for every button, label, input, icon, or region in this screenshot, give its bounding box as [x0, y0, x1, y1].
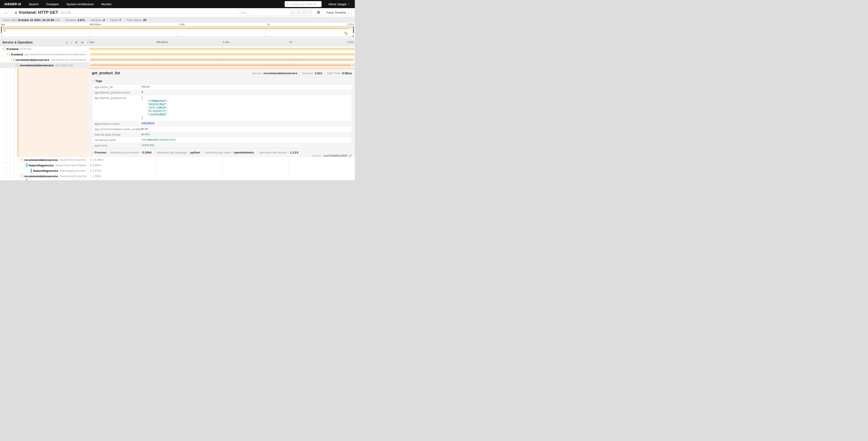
deep-link-icon[interactable] — [349, 154, 352, 157]
span-children-chevron[interactable]: ∨ — [1, 48, 4, 50]
back-button[interactable]: ← — [0, 8, 12, 17]
span-row[interactable] — [0, 179, 355, 180]
expand-one-icon[interactable]: › — [71, 41, 72, 44]
trace-view-select[interactable]: Trace Timeline ∨ — [323, 9, 352, 16]
span-operation-title: get_product_list — [92, 71, 120, 75]
minimap-right-handle[interactable] — [353, 27, 354, 33]
span-name-cell[interactable]: ∨frontendHTTP GET — [0, 46, 89, 52]
trace-overview: 0μs666.89ms1.33s2s2.67s — [0, 23, 355, 38]
list-bracket-close: ] — [142, 117, 168, 120]
process-tag: telemetry.sdk.language=python — [154, 151, 203, 154]
span-name-cell[interactable]: ∨recommendationservice/hipstershop.Featu… — [0, 157, 89, 163]
span-timeline-cell[interactable] — [89, 179, 355, 180]
indent-guide — [1, 173, 6, 179]
focus-match-icon[interactable]: ◎ — [292, 11, 294, 14]
trace-id-search[interactable] — [285, 1, 321, 7]
span-duration-bar[interactable] — [91, 159, 92, 161]
service-operation-title: Service & Operation — [2, 40, 33, 44]
tag-key: app.products.count — [92, 121, 140, 126]
span-row[interactable]: featureflagservicefeatureflagservice.rep… — [0, 168, 355, 173]
about-jaeger-menu[interactable]: About Jaeger ∨ — [328, 2, 355, 6]
summary-label: Trace Start — [2, 18, 17, 22]
span-duration-bar[interactable] — [91, 164, 91, 167]
chevron-down-icon: ∨ — [347, 11, 349, 14]
span-row[interactable]: ∨frontendgrpc.hipstershop.Recommendation… — [0, 52, 355, 57]
process-section-toggle[interactable]: › Process: telemetry.auto.version=0.34b0… — [92, 151, 352, 154]
span-duration-bar[interactable] — [90, 53, 354, 56]
summary-value: October 22 2022, 22:10:09 — [18, 18, 54, 22]
span-duration-bar[interactable] — [90, 59, 354, 61]
clear-find-icon[interactable]: × — [308, 11, 310, 14]
brand-logo[interactable]: JAEGER UI — [0, 2, 25, 6]
span-timeline-cell[interactable]: 14.49ms — [89, 157, 355, 163]
span-duration-bar[interactable] — [90, 64, 351, 66]
span-name-cell[interactable]: ∨recommendationservice/hipstershop.Recom… — [0, 57, 89, 62]
span-service-name: featureflagservice — [33, 169, 58, 173]
indent-guide — [19, 163, 24, 168]
span-row[interactable]: ∨recommendationservice/hipstershop.Produ… — [0, 173, 355, 179]
timeline-header: Service & Operation ∨ › ≫ ≫ ∥ 0μs666.89m… — [0, 38, 355, 46]
prev-match-icon[interactable]: ∧ — [298, 11, 300, 14]
collapse-one-icon[interactable]: ∨ — [66, 41, 68, 44]
indent-guide — [6, 173, 10, 179]
minimap-left-handle[interactable] — [1, 27, 2, 33]
span-name-cell[interactable]: ∨featureflagservice/hipstershop.FeatureF… — [0, 163, 89, 168]
trace-collapse-chevron[interactable]: ∨ — [15, 11, 17, 15]
span-row[interactable]: ∨frontendHTTP GET — [0, 46, 355, 52]
span-name-cell[interactable]: ∨recommendationserviceget_product_list — [0, 62, 89, 68]
span-duration-bar[interactable] — [89, 48, 355, 50]
span-name-cell[interactable]: featureflagservicefeatureflagservice.rep… — [0, 168, 89, 173]
collapse-all-icon[interactable]: ≫ — [75, 41, 78, 44]
tag-key: app.filtered_products.count — [92, 90, 140, 95]
span-children-chevron[interactable]: ∨ — [15, 64, 18, 66]
span-timeline-cell[interactable] — [89, 46, 355, 52]
span-duration-bar[interactable] — [91, 175, 91, 177]
span-name-cell[interactable]: ∨recommendationservice/hipstershop.Produ… — [0, 173, 89, 179]
overview-minimap[interactable] — [1, 27, 354, 37]
tags-section-toggle[interactable]: ∨ Tags — [92, 79, 352, 83]
nav-item-search[interactable]: Search — [25, 2, 42, 6]
summary-divider — [124, 18, 124, 22]
column-resizer[interactable]: ∥ — [87, 41, 88, 44]
meta-value: recommendationservice — [264, 71, 297, 75]
span-children-chevron[interactable]: ∨ — [10, 59, 13, 61]
next-match-icon[interactable]: ∨ — [303, 11, 305, 14]
span-id-value: 1ca2262df0e18447 — [323, 154, 347, 157]
nav-item-compare[interactable]: Compare — [42, 2, 63, 6]
trace-id-search-input[interactable] — [290, 2, 320, 6]
span-detail-indent — [0, 68, 89, 157]
span-timeline-cell[interactable] — [89, 52, 355, 57]
span-row[interactable]: ∨recommendationserviceget_product_list2.… — [0, 62, 355, 68]
span-children-chevron[interactable]: ∨ — [6, 53, 9, 56]
tag-key: otel.library.name — [92, 138, 140, 143]
process-tag: telemetry.auto.version=0.34b0 — [108, 151, 154, 154]
tag-value: ["1YMWWN1N4O","66VCHSJNUP","2ZYFJ3GM2N",… — [140, 95, 170, 121]
span-row[interactable]: ∨recommendationservice/hipstershop.Recom… — [0, 57, 355, 62]
span-timeline-cell[interactable]: 3.68ms — [89, 163, 355, 168]
span-name-cell[interactable] — [0, 179, 89, 180]
span-name-cell[interactable]: ∨frontendgrpc.hipstershop.Recommendation… — [0, 52, 89, 57]
span-duration-bar[interactable] — [91, 170, 91, 172]
span-operation-name: HTTP GET — [20, 48, 32, 50]
timeline-ticks: 0μs666.89ms1.33s2s2.67s — [89, 39, 355, 46]
nav-menu: SearchCompareSystem ArchitectureMonitor — [25, 2, 115, 6]
span-detail-panel: get_product_list Service:recommendations… — [89, 68, 355, 157]
span-children-chevron[interactable]: ∨ — [19, 175, 22, 177]
span-timeline-cell[interactable]: 1.04ms — [89, 173, 355, 179]
span-row[interactable]: ∨featureflagservice/hipstershop.FeatureF… — [0, 163, 355, 168]
span-children-chevron[interactable]: ∨ — [24, 164, 27, 167]
span-children-chevron[interactable]: ∨ — [19, 159, 22, 161]
span-timeline-cell[interactable] — [89, 57, 355, 62]
span-timeline-cell[interactable]: 3.47ms — [89, 168, 355, 173]
keyboard-shortcuts-button[interactable]: ⌘ — [315, 9, 322, 16]
find-input[interactable] — [238, 9, 290, 16]
meta-divider — [324, 72, 325, 75]
nav-item-monitor[interactable]: Monitor — [97, 2, 115, 6]
service-operation-header: Service & Operation ∨ › ≫ ≫ ∥ — [0, 39, 89, 46]
span-row[interactable]: ∨recommendationservice/hipstershop.Featu… — [0, 157, 355, 163]
nav-item-system-architecture[interactable]: System Architecture — [63, 2, 97, 6]
span-timeline-cell[interactable]: 2.62s — [89, 62, 355, 68]
tag-value: 44530923 — [140, 121, 156, 126]
indent-guide — [10, 179, 15, 180]
expand-all-icon[interactable]: ≫ — [81, 41, 84, 44]
